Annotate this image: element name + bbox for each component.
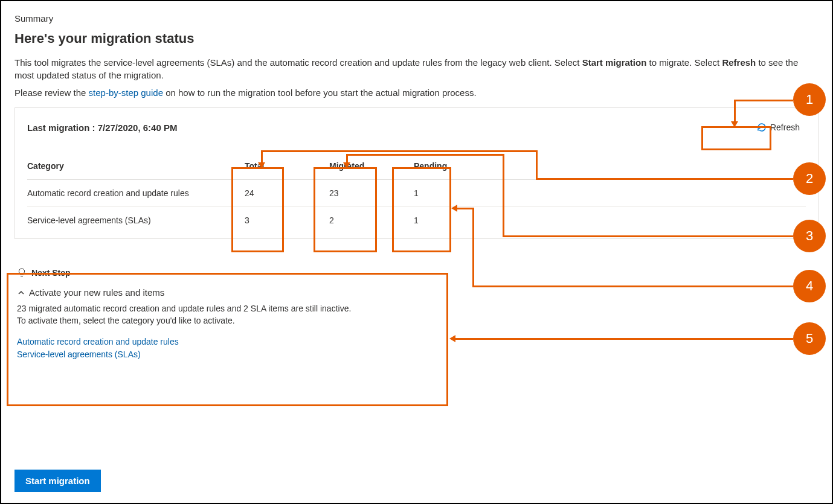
- next-step-header: Next Step: [17, 268, 816, 278]
- status-table: Category Total Migrated Pending Automati…: [27, 153, 806, 234]
- step-guide-link[interactable]: step-by-step guide: [89, 88, 163, 98]
- panel-header: Last migration : 7/27/2020, 6:40 PM Refr…: [27, 119, 806, 136]
- link-sla[interactable]: Service-level agreements (SLAs): [17, 348, 816, 361]
- refresh-label: Refresh: [770, 123, 800, 132]
- last-migration-label: Last migration : 7/27/2020, 6:40 PM: [27, 123, 177, 133]
- page-frame: Summary Here's your migration status Thi…: [0, 0, 833, 504]
- desc-bold-refresh: Refresh: [722, 57, 756, 68]
- table-row: Service-level agreements (SLAs) 3 2 1: [27, 207, 806, 234]
- desc-text: to migrate. Select: [646, 57, 722, 68]
- cell-migrated: 2: [329, 215, 414, 225]
- lightbulb-icon: [17, 268, 27, 278]
- link-arc-rules[interactable]: Automatic record creation and update rul…: [17, 336, 816, 348]
- migration-status-panel: Last migration : 7/27/2020, 6:40 PM Refr…: [14, 107, 819, 239]
- page-title: Here's your migration status: [14, 31, 819, 46]
- col-header-migrated: Migrated: [329, 161, 414, 171]
- review-pre: Please review the: [14, 88, 89, 98]
- col-header-total: Total: [245, 161, 329, 171]
- cell-pending: 1: [414, 188, 498, 198]
- cell-migrated: 23: [329, 188, 414, 198]
- review-post: on how to run the migration tool before …: [163, 88, 477, 98]
- activate-expander[interactable]: Activate your new rules and items: [17, 287, 816, 298]
- cell-pending: 1: [414, 215, 498, 225]
- chevron-up-icon: [17, 289, 25, 297]
- refresh-button[interactable]: Refresh: [751, 119, 806, 136]
- activate-title: Activate your new rules and items: [29, 287, 164, 298]
- review-line: Please review the step-by-step guide on …: [14, 88, 819, 98]
- table-row: Automatic record creation and update rul…: [27, 180, 806, 207]
- cell-category: Automatic record creation and update rul…: [27, 188, 245, 198]
- refresh-icon: [757, 123, 767, 132]
- cell-total: 24: [245, 188, 329, 198]
- ns-line2: To activate them, select the category yo…: [17, 314, 816, 327]
- description: This tool migrates the service-level agr…: [14, 56, 819, 81]
- next-step-section: Next Step Activate your new rules and it…: [14, 262, 819, 367]
- summary-label: Summary: [14, 13, 819, 24]
- ns-line1: 23 migrated automatic record creation an…: [17, 302, 816, 314]
- desc-bold-start: Start migration: [582, 57, 647, 68]
- annotation-line: [734, 100, 773, 101]
- desc-text: This tool migrates the service-level agr…: [14, 57, 582, 68]
- col-header-pending: Pending: [414, 161, 498, 171]
- annotation-line: [771, 100, 793, 101]
- next-step-label: Next Step: [31, 268, 71, 278]
- next-step-body: 23 migrated automatic record creation an…: [17, 302, 816, 327]
- table-header-row: Category Total Migrated Pending: [27, 153, 806, 180]
- next-step-links: Automatic record creation and update rul…: [17, 336, 816, 361]
- cell-category: Service-level agreements (SLAs): [27, 215, 245, 225]
- cell-total: 3: [245, 215, 329, 225]
- start-migration-button[interactable]: Start migration: [14, 470, 101, 492]
- col-header-category: Category: [27, 161, 245, 171]
